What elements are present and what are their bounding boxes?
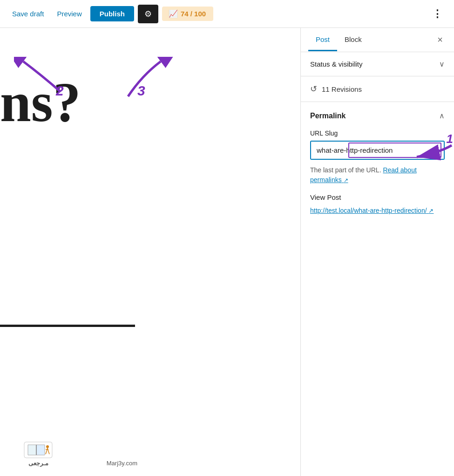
sidebar-panel: Post Block × Status & visibility ∨ ↺ 11 …: [300, 28, 454, 476]
save-draft-button[interactable]: Save draft: [7, 7, 48, 20]
sidebar-close-button[interactable]: ×: [434, 33, 447, 47]
title-underline: [0, 325, 135, 327]
permalink-note: The last part of the URL. Read about per…: [310, 165, 445, 185]
arrow-3-svg: [119, 57, 175, 99]
annotation-number-3: 3: [137, 83, 145, 99]
revisions-icon: ↺: [310, 84, 317, 94]
gear-icon: ⚙: [144, 9, 152, 19]
chevron-down-icon: ∨: [439, 60, 445, 68]
status-visibility-section: Status & visibility ∨: [301, 52, 454, 76]
permalink-section: Permalink ∧ URL Slug: [301, 102, 454, 224]
status-visibility-header[interactable]: Status & visibility ∨: [301, 52, 454, 76]
main-layout: ns? 2 3: [0, 28, 454, 476]
external-link-icon-2: ↗: [428, 207, 434, 214]
svg-point-4: [46, 445, 49, 448]
seo-score-value: 74 / 100: [181, 10, 206, 18]
external-link-icon: ↗: [344, 177, 348, 184]
sidebar-tabs: Post Block ×: [301, 28, 454, 52]
content-area: ns? 2 3: [0, 28, 300, 476]
publish-button[interactable]: Publish: [90, 6, 134, 21]
seo-icon: 📈: [169, 9, 178, 18]
settings-button[interactable]: ⚙: [138, 5, 158, 23]
preview-button[interactable]: Preview: [52, 7, 86, 20]
status-visibility-label: Status & visibility: [310, 60, 363, 68]
toolbar: Save draft Preview Publish ⚙ 📈 74 / 100 …: [0, 0, 454, 28]
permalink-title: Permalink: [310, 112, 346, 120]
view-post-url-link[interactable]: http://test.local/what-are-http-redirect…: [310, 207, 445, 214]
tab-block[interactable]: Block: [337, 29, 369, 51]
watermark-arabic: مـرجعى: [28, 460, 48, 467]
post-title-text: ns?: [0, 75, 81, 130]
watermark-logo: [23, 441, 53, 459]
revisions-label: 11 Revisions: [322, 85, 362, 93]
url-slug-input[interactable]: [311, 142, 444, 159]
more-options-button[interactable]: ⋮: [428, 6, 447, 22]
marj3y-label: Marj3y.com: [107, 460, 137, 467]
seo-score-button[interactable]: 📈 74 / 100: [162, 7, 213, 21]
revisions-row[interactable]: ↺ 11 Revisions: [301, 76, 454, 102]
annotation-number-1: 1: [447, 132, 453, 146]
url-slug-input-wrapper: [310, 141, 445, 160]
tab-post[interactable]: Post: [308, 29, 337, 51]
permalink-section-header[interactable]: Permalink ∧: [310, 111, 445, 120]
url-slug-label: URL Slug: [310, 129, 445, 137]
view-post-label: View Post: [310, 193, 445, 201]
watermark: مـرجعى: [23, 441, 53, 467]
chevron-up-icon: ∧: [439, 111, 445, 120]
